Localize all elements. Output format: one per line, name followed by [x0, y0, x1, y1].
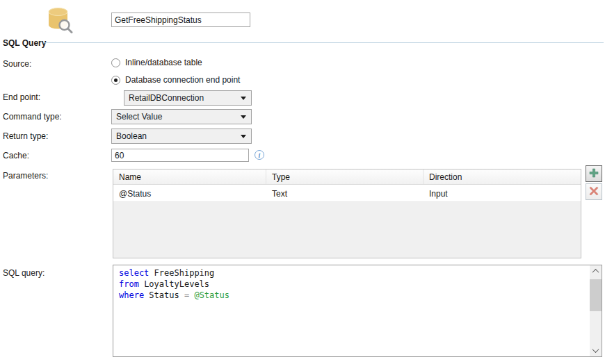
parameters-table: Name Type Direction @Status Text Input [113, 169, 581, 258]
radio-option-inline-table[interactable]: Inline/database table [111, 58, 202, 67]
radio-icon [111, 58, 120, 67]
sql-query-label: SQL query: [3, 268, 45, 278]
source-label: Source: [3, 59, 31, 69]
sql-parameter: @Status [194, 290, 229, 300]
scrollbar-thumb[interactable] [590, 279, 602, 311]
sql-keyword: select [119, 268, 149, 278]
cache-label: Cache: [3, 151, 29, 160]
sql-keyword: from [119, 279, 139, 289]
parameter-direction-cell: Input [424, 185, 581, 201]
command-type-dropdown[interactable]: Select Value [111, 109, 252, 124]
sql-identifier: FreeShipping [154, 268, 215, 278]
delete-icon [588, 185, 599, 199]
column-header-type: Type [266, 169, 424, 184]
vertical-scrollbar[interactable] [590, 265, 602, 356]
parameters-table-header: Name Type Direction [113, 169, 581, 185]
section-divider [44, 42, 604, 43]
dropdown-selected-value: RetailDBConnection [129, 93, 204, 103]
info-icon[interactable]: i [255, 150, 264, 160]
chevron-down-icon [241, 115, 246, 119]
end-point-dropdown[interactable]: RetailDBConnection [124, 90, 252, 106]
radio-selected-icon [111, 76, 120, 85]
add-parameter-button[interactable] [586, 165, 602, 182]
parameter-name-cell: @Status [113, 185, 266, 201]
delete-parameter-button[interactable] [586, 183, 602, 200]
radio-option-label: Database connection end point [125, 75, 240, 85]
end-point-label: End point: [3, 92, 40, 102]
query-name-input[interactable] [111, 13, 250, 27]
chevron-down-icon [241, 97, 246, 100]
column-header-direction: Direction [424, 169, 581, 184]
parameter-type-cell: Text [266, 185, 424, 201]
column-header-name: Name [113, 169, 266, 184]
parameters-label: Parameters: [3, 171, 48, 181]
dropdown-selected-value: Boolean [116, 131, 147, 141]
sql-operator: = [184, 290, 189, 300]
section-title: SQL Query [3, 38, 46, 48]
cache-input[interactable] [111, 149, 249, 162]
scroll-up-button[interactable] [590, 265, 602, 277]
sql-identifier: LoyaltyLevels [144, 279, 209, 289]
return-type-dropdown[interactable]: Boolean [111, 129, 252, 144]
chevron-down-icon [592, 346, 599, 353]
table-row[interactable]: @Status Text Input [113, 185, 581, 202]
plus-icon [589, 168, 599, 180]
sql-keyword: where [119, 290, 144, 300]
dropdown-selected-value: Select Value [116, 112, 163, 122]
chevron-up-icon [592, 269, 599, 276]
database-search-icon [45, 6, 74, 35]
sql-query-config-panel: SQL Query Source: Inline/database table … [0, 0, 605, 364]
radio-option-db-endpoint[interactable]: Database connection end point [111, 75, 240, 85]
radio-option-label: Inline/database table [125, 58, 202, 67]
sql-identifier: Status [149, 290, 179, 300]
chevron-down-icon [241, 135, 246, 138]
scroll-down-button[interactable] [590, 345, 602, 356]
sql-query-editor[interactable]: select FreeShippingfrom LoyaltyLevelswhe… [113, 265, 602, 357]
command-type-label: Command type: [3, 112, 62, 122]
sql-code: select FreeShippingfrom LoyaltyLevelswhe… [113, 265, 602, 301]
return-type-label: Return type: [3, 131, 48, 141]
